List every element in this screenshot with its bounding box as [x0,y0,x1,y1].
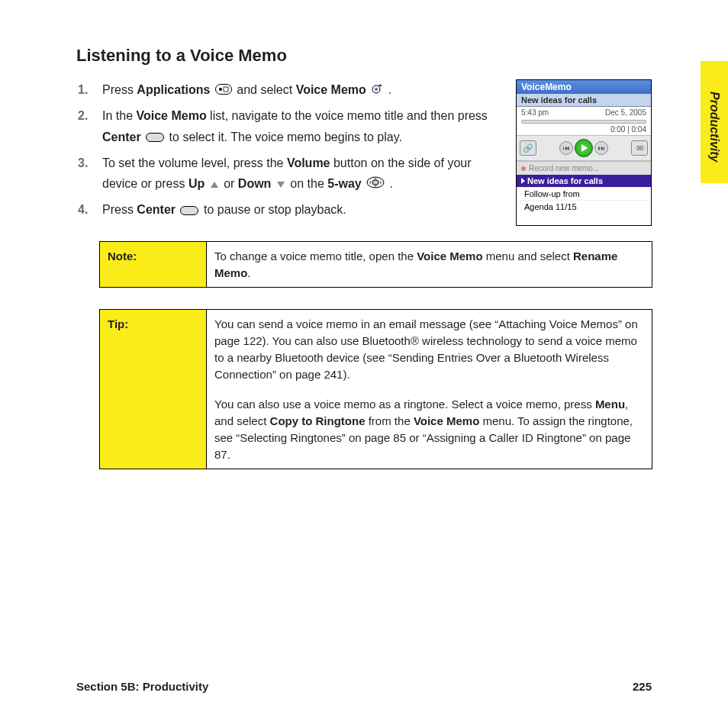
page-title: Listening to a Voice Memo [76,46,652,66]
attach-icon[interactable]: 🔗 [520,140,536,156]
text: . [247,266,250,279]
ss-list-item[interactable]: Follow-up from [517,187,651,200]
bold: 5-way [327,177,361,190]
bold: Menu [595,398,625,411]
tip-callout: Tip: You can send a voice memo in an ema… [99,309,652,469]
bold: Up [188,177,205,190]
bold: Center [137,203,176,216]
footer-page-number: 225 [633,680,652,693]
step-2: In the Voice Memo list, navigate to the … [99,105,502,148]
text: Press [102,203,137,216]
page-footer: Section 5B: Productivity 225 [76,680,652,693]
footer-section: Section 5B: Productivity [76,680,208,693]
text: To set the volume level, press the [102,156,287,169]
ss-current-memo: New ideas for calls [517,94,651,107]
bold: Copy to Ringtone [270,414,366,427]
record-dot-icon [521,166,526,171]
next-icon[interactable]: ⏭ [594,141,608,155]
text: or [224,177,238,190]
voicememo-screenshot: VoiceMemo New ideas for calls 5:43 pm De… [516,79,652,226]
text: to pause or stop playback. [204,203,346,216]
text: To change a voice memo title, open the [214,250,417,263]
note-callout: Note: To change a voice memo title, open… [99,241,652,288]
up-arrow-icon [210,174,219,195]
center-button-icon [146,127,164,148]
note-body: To change a voice memo title, open the V… [207,241,652,288]
bold: Volume [287,156,330,169]
steps-column: Press Applications and select Voice Memo… [76,79,502,226]
ss-progress-bar[interactable] [521,120,646,124]
ss-record-label: Record new memo... [529,164,599,172]
steps-list: Press Applications and select Voice Memo… [76,79,502,221]
down-arrow-icon [276,174,285,195]
text: menu and select [483,250,573,263]
text: In the [102,109,136,122]
text: You can also use a voice memo as a ringt… [214,398,595,411]
ss-duration: 0:04 [632,125,646,134]
bold: Voice Memo [417,250,482,263]
ss-transport: ⏮ ⏭ [559,139,608,157]
mail-icon[interactable]: ✉ [631,140,648,156]
ss-record-new[interactable]: Record new memo... [517,161,651,175]
text: Press [102,83,137,96]
center-button-icon [180,201,198,221]
ss-date: Dec 5, 2005 [605,108,646,117]
bold: Center [102,130,141,143]
ss-time: 5:43 pm [521,108,549,117]
step-3: To set the volume level, press the Volum… [99,153,502,195]
ss-controls: 🔗 ⏮ ⏭ ✉ [517,135,651,161]
text: to select it. The voice memo begins to p… [169,130,402,143]
ss-time-row: 0:00 | 0:04 [517,125,651,135]
content-area: Press Applications and select Voice Memo… [76,79,652,226]
five-way-icon [366,174,385,195]
bold: Down [238,177,272,190]
note-label: Note: [100,241,207,288]
voice-memo-icon [371,80,383,101]
applications-icon [215,80,232,101]
tip-body: You can send a voice memo in an email me… [207,310,652,469]
text: and select [237,83,295,96]
step-1: Press Applications and select Voice Memo… [99,79,502,101]
bold: Voice Memo [136,109,206,122]
bold: Voice Memo [296,83,366,96]
text: . [385,83,391,96]
bold: Voice Memo [414,414,479,427]
prev-icon[interactable]: ⏮ [559,141,573,155]
tip-paragraph-2: You can also use a voice memo as a ringt… [214,396,644,462]
text: from the [366,414,414,427]
svg-point-1 [219,88,222,91]
ss-list-selected[interactable]: New ideas for calls [517,175,651,187]
tip-label: Tip: [100,310,207,469]
ss-app-title: VoiceMemo [517,80,651,94]
svg-point-3 [375,88,378,91]
text: list, navigate to the voice memo title a… [207,109,488,122]
step-4: Press Center to pause or stop playback. [99,199,502,221]
ss-info-row: 5:43 pm Dec 5, 2005 [517,107,651,118]
bold: Applications [137,83,210,96]
tip-paragraph-1: You can send a voice memo in an email me… [214,316,644,382]
ss-list-item[interactable]: Agenda 11/15 [517,200,651,213]
play-icon[interactable] [575,139,593,157]
ss-position: 0:00 [610,125,625,134]
text: . [386,177,393,190]
side-tab-productivity: Productivity [701,61,728,183]
svg-rect-6 [372,180,378,185]
svg-rect-4 [147,133,164,141]
svg-rect-7 [181,206,198,214]
text: on the [290,177,327,190]
